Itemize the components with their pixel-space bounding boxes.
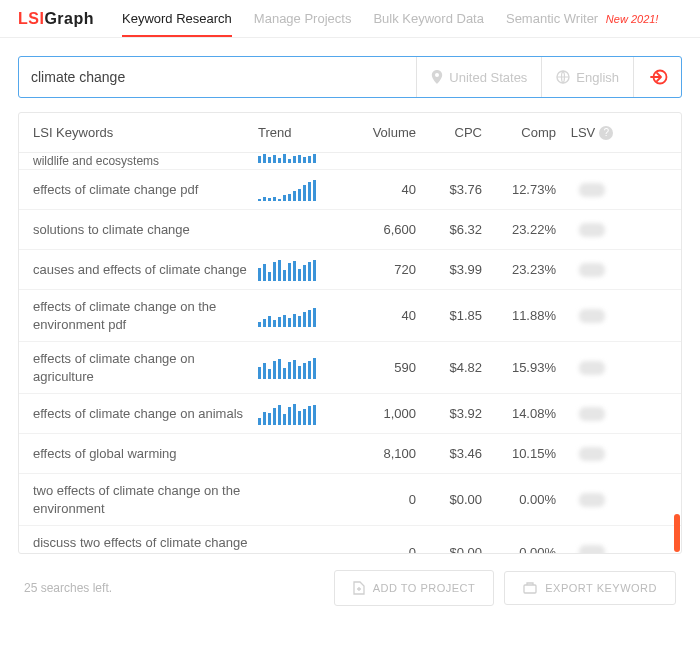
col-header-cpc[interactable]: CPC	[416, 125, 482, 140]
lsv-blurred	[579, 223, 605, 237]
lsv-blurred	[579, 263, 605, 277]
brand-left: LSI	[18, 10, 44, 27]
footer-bar: 25 searches left. ADD TO PROJECT EXPORT …	[18, 554, 682, 626]
volume-cell: 1,000	[338, 406, 416, 421]
country-selector[interactable]: United States	[416, 57, 541, 97]
volume-cell: 720	[338, 262, 416, 277]
nav-semantic-writer-label: Semantic Writer	[506, 11, 598, 26]
table-row[interactable]: discuss two effects of climate change on…	[19, 526, 681, 553]
lsv-cell	[556, 361, 628, 375]
table-body: wildlife and ecosystems effects of clima…	[19, 153, 681, 553]
results-panel: LSI Keywords Trend Volume CPC Comp LSV ?…	[18, 112, 682, 554]
lsv-blurred	[579, 183, 605, 197]
comp-cell: 11.88%	[482, 308, 556, 323]
table-row[interactable]: effects of climate change pdf 40 $3.76 1…	[19, 170, 681, 210]
country-label: United States	[449, 70, 527, 85]
sparkline	[258, 357, 338, 379]
col-header-keywords[interactable]: LSI Keywords	[33, 125, 258, 140]
table-row[interactable]: effects of climate change on agriculture…	[19, 342, 681, 394]
comp-cell: 23.23%	[482, 262, 556, 277]
help-icon[interactable]: ?	[599, 126, 613, 140]
cpc-cell: $0.00	[416, 492, 482, 507]
export-icon	[523, 582, 537, 594]
sparkline	[258, 305, 338, 327]
col-header-lsv[interactable]: LSV ?	[556, 125, 628, 140]
cpc-cell: $3.99	[416, 262, 482, 277]
export-keyword-label: EXPORT KEYWORD	[545, 582, 657, 594]
keyword-cell: effects of climate change on agriculture	[33, 342, 258, 393]
lsv-blurred	[579, 545, 605, 553]
trend-cell	[258, 403, 338, 425]
comp-cell: 12.73%	[482, 182, 556, 197]
keyword-cell: effects of climate change pdf	[33, 173, 258, 207]
lsv-cell	[556, 263, 628, 277]
search-bar: climate change United States English	[18, 56, 682, 98]
top-nav: LSIGraph Keyword Research Manage Project…	[0, 0, 700, 38]
comp-cell: 0.00%	[482, 492, 556, 507]
table-row[interactable]: solutions to climate change 6,600 $6.32 …	[19, 210, 681, 250]
keyword-cell: effects of climate change on the environ…	[33, 290, 258, 341]
sparkline	[258, 179, 338, 201]
pin-icon	[431, 70, 443, 84]
col-header-lsv-label: LSV	[571, 125, 596, 140]
search-query-input[interactable]: climate change	[19, 57, 416, 97]
nav-keyword-research[interactable]: Keyword Research	[122, 0, 232, 37]
searches-left-label: 25 searches left.	[24, 581, 112, 595]
trend-cell	[258, 259, 338, 281]
cpc-cell: $3.76	[416, 182, 482, 197]
add-to-project-button[interactable]: ADD TO PROJECT	[334, 570, 495, 606]
lsv-blurred	[579, 493, 605, 507]
globe-icon	[556, 70, 570, 84]
scrollbar-thumb[interactable]	[674, 514, 680, 552]
table-header: LSI Keywords Trend Volume CPC Comp LSV ?	[19, 113, 681, 153]
new-badge: New 2021!	[606, 13, 659, 25]
nav-bulk-keyword-data[interactable]: Bulk Keyword Data	[373, 0, 484, 37]
lsv-blurred	[579, 447, 605, 461]
sparkline	[258, 259, 338, 281]
lsv-blurred	[579, 309, 605, 323]
volume-cell: 0	[338, 545, 416, 553]
lsv-cell	[556, 309, 628, 323]
volume-cell: 0	[338, 492, 416, 507]
content-area: climate change United States English LSI…	[0, 38, 700, 632]
svg-rect-2	[524, 585, 536, 593]
volume-cell: 40	[338, 182, 416, 197]
comp-cell: 23.22%	[482, 222, 556, 237]
cpc-cell: $6.32	[416, 222, 482, 237]
trend-cell	[258, 179, 338, 201]
table-row[interactable]: effects of global warming 8,100 $3.46 10…	[19, 434, 681, 474]
language-selector[interactable]: English	[541, 57, 633, 97]
cpc-cell: $3.46	[416, 446, 482, 461]
keyword-cell: two effects of climate change on the env…	[33, 474, 258, 525]
lsv-cell	[556, 545, 628, 553]
trend-cell	[258, 153, 338, 163]
lsv-cell	[556, 493, 628, 507]
table-row[interactable]: wildlife and ecosystems	[19, 153, 681, 170]
submit-icon	[648, 67, 668, 87]
keyword-cell: discuss two effects of climate change on…	[33, 526, 258, 553]
keyword-cell: effects of climate change on animals	[33, 397, 258, 431]
volume-cell: 40	[338, 308, 416, 323]
export-keyword-button[interactable]: EXPORT KEYWORD	[504, 571, 676, 605]
nav-semantic-writer[interactable]: Semantic Writer New 2021!	[506, 0, 658, 37]
lsv-cell	[556, 407, 628, 421]
search-submit-button[interactable]	[633, 57, 681, 97]
lsv-cell	[556, 447, 628, 461]
nav-manage-projects[interactable]: Manage Projects	[254, 0, 352, 37]
lsv-cell	[556, 183, 628, 197]
trend-cell	[258, 357, 338, 379]
comp-cell: 15.93%	[482, 360, 556, 375]
volume-cell: 6,600	[338, 222, 416, 237]
brand-logo: LSIGraph	[18, 10, 94, 28]
table-row[interactable]: two effects of climate change on the env…	[19, 474, 681, 526]
comp-cell: 10.15%	[482, 446, 556, 461]
col-header-comp[interactable]: Comp	[482, 125, 556, 140]
table-row[interactable]: causes and effects of climate change 720…	[19, 250, 681, 290]
col-header-volume[interactable]: Volume	[338, 125, 416, 140]
table-row[interactable]: effects of climate change on animals 1,0…	[19, 394, 681, 434]
col-header-trend[interactable]: Trend	[258, 125, 338, 140]
sparkline	[258, 153, 338, 163]
table-row[interactable]: effects of climate change on the environ…	[19, 290, 681, 342]
comp-cell: 0.00%	[482, 545, 556, 553]
brand-right: Graph	[44, 10, 94, 27]
